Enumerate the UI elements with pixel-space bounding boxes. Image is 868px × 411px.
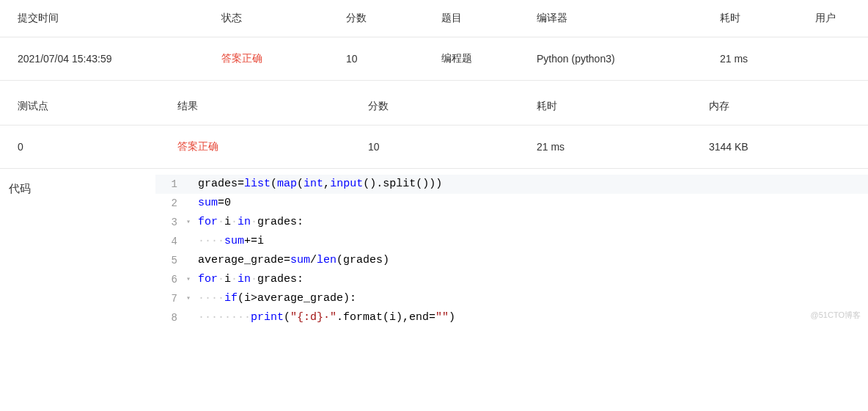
fold-icon[interactable]: ▾ — [182, 270, 195, 289]
col-testpoint: 测试点 — [0, 88, 169, 126]
col-status: 状态 — [213, 0, 337, 37]
cell-score: 10 — [337, 37, 433, 81]
code-content[interactable]: average_grade=sum/len(grades) — [195, 251, 868, 270]
code-content[interactable]: for·i·in·grades: — [195, 213, 868, 232]
line-number: 7 — [155, 289, 182, 308]
code-line[interactable]: 6▾for·i·in·grades: — [155, 270, 868, 289]
submission-table: 提交时间 状态 分数 题目 编译器 耗时 用户 2021/07/04 15:43… — [0, 0, 868, 81]
code-content[interactable]: ····if(i>average_grade): — [195, 289, 868, 308]
code-label: 代码 — [9, 175, 155, 327]
code-content[interactable]: grades=list(map(int,input().split())) — [195, 175, 868, 194]
watermark: @51CTO博客 — [811, 305, 861, 324]
cell-tc-elapsed: 21 ms — [528, 126, 700, 169]
cell-problem: 编程题 — [433, 37, 528, 81]
code-content[interactable]: for·i·in·grades: — [195, 270, 868, 289]
col-score: 分数 — [337, 0, 433, 37]
code-editor[interactable]: 1grades=list(map(int,input().split()))2s… — [155, 175, 868, 327]
col-compiler: 编译器 — [528, 0, 711, 37]
line-number: 3 — [155, 213, 182, 232]
submission-header-row: 提交时间 状态 分数 题目 编译器 耗时 用户 — [0, 0, 868, 37]
cell-time: 2021/07/04 15:43:59 — [0, 37, 213, 81]
cell-testpoint: 0 — [0, 126, 169, 169]
col-user: 用户 — [806, 0, 868, 37]
code-content[interactable]: ········print("{:d}·".format(i),end="") — [195, 308, 868, 327]
col-memory: 内存 — [700, 88, 868, 126]
cell-user — [806, 37, 868, 81]
col-result: 结果 — [169, 88, 359, 126]
code-content[interactable]: sum=0 — [195, 194, 868, 213]
submission-row: 2021/07/04 15:43:59 答案正确 10 编程题 Python (… — [0, 37, 868, 81]
col-tc-score: 分数 — [359, 88, 528, 126]
code-line[interactable]: 8········print("{:d}·".format(i),end="") — [155, 308, 868, 327]
cell-elapsed: 21 ms — [711, 37, 806, 81]
testcase-header-row: 测试点 结果 分数 耗时 内存 — [0, 88, 868, 126]
testcase-table: 测试点 结果 分数 耗时 内存 0 答案正确 10 21 ms 3144 KB — [0, 88, 868, 169]
cell-status: 答案正确 — [213, 37, 337, 81]
cell-memory: 3144 KB — [700, 126, 868, 169]
cell-tc-score: 10 — [359, 126, 528, 169]
fold-icon[interactable]: ▾ — [182, 289, 195, 308]
line-number: 5 — [155, 251, 182, 270]
code-line[interactable]: 5average_grade=sum/len(grades) — [155, 251, 868, 270]
col-tc-elapsed: 耗时 — [528, 88, 700, 126]
line-number: 6 — [155, 270, 182, 289]
col-problem: 题目 — [433, 0, 528, 37]
code-line[interactable]: 3▾for·i·in·grades: — [155, 213, 868, 232]
line-number: 1 — [155, 175, 182, 194]
code-section: 代码 1grades=list(map(int,input().split())… — [0, 175, 868, 327]
testcase-row: 0 答案正确 10 21 ms 3144 KB — [0, 126, 868, 169]
code-content[interactable]: ····sum+=i — [195, 232, 868, 251]
code-line[interactable]: 4····sum+=i — [155, 232, 868, 251]
line-number: 8 — [155, 308, 182, 327]
line-number: 4 — [155, 232, 182, 251]
cell-compiler: Python (python3) — [528, 37, 711, 81]
fold-icon[interactable]: ▾ — [182, 213, 195, 232]
code-line[interactable]: 1grades=list(map(int,input().split())) — [155, 175, 868, 194]
code-line[interactable]: 7▾····if(i>average_grade): — [155, 289, 868, 308]
col-elapsed: 耗时 — [711, 0, 806, 37]
col-time: 提交时间 — [0, 0, 213, 37]
code-line[interactable]: 2sum=0 — [155, 194, 868, 213]
cell-result: 答案正确 — [169, 126, 359, 169]
line-number: 2 — [155, 194, 182, 213]
